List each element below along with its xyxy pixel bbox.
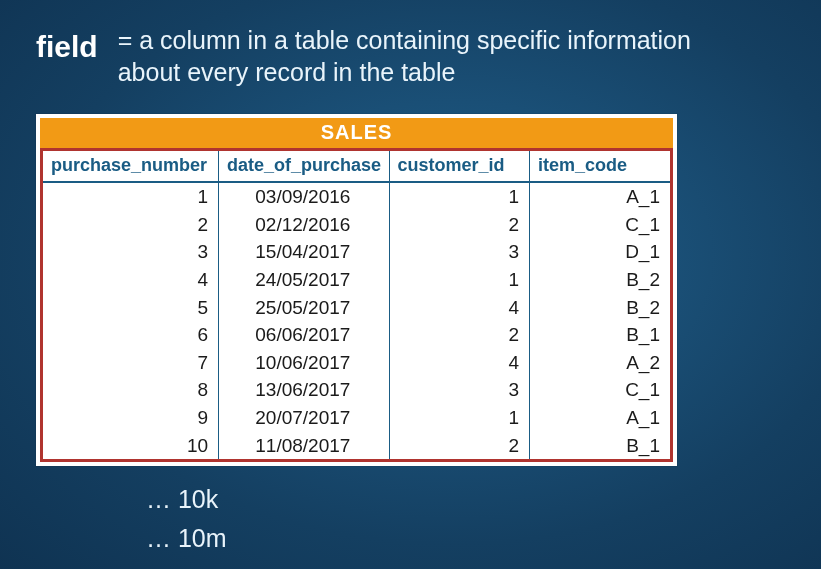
heading: field = a column in a table containing s… bbox=[36, 24, 791, 88]
cell-customer-id: 2 bbox=[389, 432, 529, 460]
table-row: 4 24/05/2017 1 B_2 bbox=[43, 266, 670, 294]
cell-date-of-purchase: 10/06/2017 bbox=[219, 349, 390, 377]
table-row: 7 10/06/2017 4 A_2 bbox=[43, 349, 670, 377]
table-header-row: purchase_number date_of_purchase custome… bbox=[43, 151, 670, 182]
slide: field = a column in a table containing s… bbox=[0, 0, 821, 569]
table-row: 2 02/12/2016 2 C_1 bbox=[43, 211, 670, 239]
note-10k: … 10k bbox=[146, 480, 791, 519]
cell-item-code: B_2 bbox=[530, 266, 670, 294]
cell-purchase-number: 1 bbox=[43, 182, 219, 211]
table-row: 6 06/06/2017 2 B_1 bbox=[43, 321, 670, 349]
cell-date-of-purchase: 24/05/2017 bbox=[219, 266, 390, 294]
cell-purchase-number: 5 bbox=[43, 294, 219, 322]
footer-notes: … 10k … 10m bbox=[146, 480, 791, 558]
cell-item-code: A_2 bbox=[530, 349, 670, 377]
col-customer-id: customer_id bbox=[389, 151, 529, 182]
cell-date-of-purchase: 13/06/2017 bbox=[219, 376, 390, 404]
table-row: 10 11/08/2017 2 B_1 bbox=[43, 432, 670, 460]
cell-customer-id: 1 bbox=[389, 182, 529, 211]
cell-date-of-purchase: 15/04/2017 bbox=[219, 238, 390, 266]
cell-item-code: C_1 bbox=[530, 211, 670, 239]
cell-customer-id: 1 bbox=[389, 404, 529, 432]
cell-item-code: B_1 bbox=[530, 321, 670, 349]
cell-item-code: B_2 bbox=[530, 294, 670, 322]
col-purchase-number: purchase_number bbox=[43, 151, 219, 182]
table-row: 9 20/07/2017 1 A_1 bbox=[43, 404, 670, 432]
cell-customer-id: 4 bbox=[389, 349, 529, 377]
cell-date-of-purchase: 02/12/2016 bbox=[219, 211, 390, 239]
table-row: 3 15/04/2017 3 D_1 bbox=[43, 238, 670, 266]
cell-customer-id: 1 bbox=[389, 266, 529, 294]
cell-item-code: D_1 bbox=[530, 238, 670, 266]
note-10m: … 10m bbox=[146, 519, 791, 558]
term-definition: = a column in a table containing specifi… bbox=[118, 24, 758, 88]
sales-table-container: SALES purchase_number date_of_purchase c… bbox=[36, 114, 677, 466]
cell-item-code: A_1 bbox=[530, 404, 670, 432]
cell-purchase-number: 6 bbox=[43, 321, 219, 349]
cell-date-of-purchase: 11/08/2017 bbox=[219, 432, 390, 460]
col-item-code: item_code bbox=[530, 151, 670, 182]
table-row: 8 13/06/2017 3 C_1 bbox=[43, 376, 670, 404]
cell-customer-id: 3 bbox=[389, 376, 529, 404]
sales-table: purchase_number date_of_purchase custome… bbox=[43, 151, 670, 459]
cell-customer-id: 4 bbox=[389, 294, 529, 322]
term-label: field bbox=[36, 24, 98, 63]
table-row: 1 03/09/2016 1 A_1 bbox=[43, 182, 670, 211]
col-date-of-purchase: date_of_purchase bbox=[219, 151, 390, 182]
cell-purchase-number: 7 bbox=[43, 349, 219, 377]
cell-date-of-purchase: 20/07/2017 bbox=[219, 404, 390, 432]
cell-purchase-number: 8 bbox=[43, 376, 219, 404]
cell-item-code: C_1 bbox=[530, 376, 670, 404]
cell-customer-id: 2 bbox=[389, 211, 529, 239]
table-row: 5 25/05/2017 4 B_2 bbox=[43, 294, 670, 322]
sales-table-box: purchase_number date_of_purchase custome… bbox=[40, 148, 673, 462]
cell-purchase-number: 2 bbox=[43, 211, 219, 239]
cell-date-of-purchase: 25/05/2017 bbox=[219, 294, 390, 322]
cell-date-of-purchase: 03/09/2016 bbox=[219, 182, 390, 211]
cell-customer-id: 2 bbox=[389, 321, 529, 349]
cell-item-code: A_1 bbox=[530, 182, 670, 211]
cell-date-of-purchase: 06/06/2017 bbox=[219, 321, 390, 349]
cell-item-code: B_1 bbox=[530, 432, 670, 460]
cell-purchase-number: 9 bbox=[43, 404, 219, 432]
sales-table-title: SALES bbox=[40, 118, 673, 148]
cell-purchase-number: 4 bbox=[43, 266, 219, 294]
cell-customer-id: 3 bbox=[389, 238, 529, 266]
cell-purchase-number: 10 bbox=[43, 432, 219, 460]
cell-purchase-number: 3 bbox=[43, 238, 219, 266]
